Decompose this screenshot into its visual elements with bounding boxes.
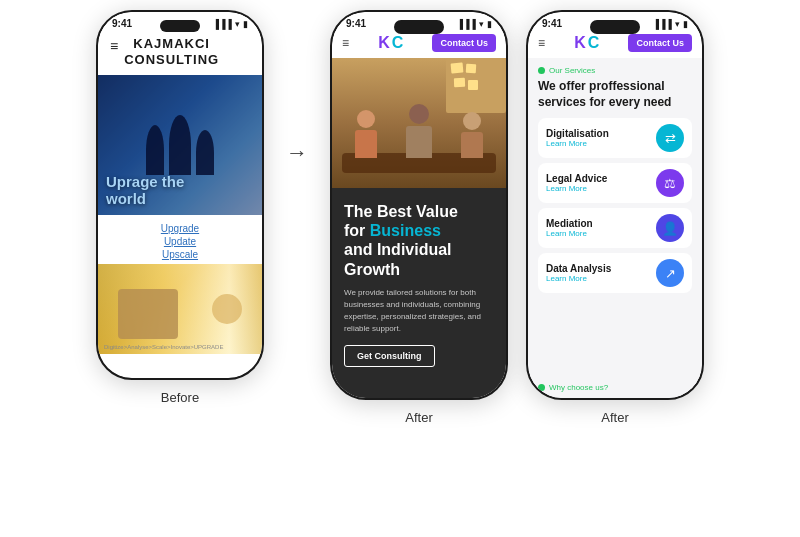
service-name-digitalisation: Digitalisation — [546, 128, 609, 139]
brand-name: KAJMAKCI CONSULTING — [124, 36, 219, 67]
logo-k: K — [378, 34, 390, 52]
service-item-digitalisation: Digitalisation Learn More ⇄ — [538, 118, 692, 158]
phone-after1-time: 9:41 — [346, 18, 366, 29]
phone-before-hero: Uprage the world — [98, 75, 262, 215]
main-container: 9:41 ▐▐▐ ▾ ▮ ≡ KAJMAKCI — [0, 0, 800, 537]
service-learn-legal[interactable]: Learn More — [546, 184, 607, 193]
our-services-label: Our Services — [549, 66, 595, 75]
service-name-legal: Legal Advice — [546, 173, 607, 184]
phone-before-links: Upgrade Update Upscale — [98, 215, 262, 264]
phone-after2-wrapper: 9:41 ▐▐▐ ▾ ▮ ≡ K C — [526, 10, 704, 425]
service-info-mediation: Mediation Learn More — [546, 218, 593, 238]
hamburger-icon2: ≡ — [342, 36, 349, 50]
hamburger-icon: ≡ — [110, 38, 118, 54]
services-section: Our Services We offer proffessional serv… — [528, 58, 702, 377]
logo-k2: K — [574, 34, 586, 52]
battery-icon3: ▮ — [683, 19, 688, 29]
phone-after1-content: The Best Value for Business and Individu… — [332, 188, 506, 398]
phone-before-hero2: Digitize>Analyse>Scale>Inovate>UPGRADE — [98, 264, 262, 354]
phone-after1-inner: 9:41 ▐▐▐ ▾ ▮ ≡ K C — [332, 12, 506, 398]
phone-before-status-icons: ▐▐▐ ▾ ▮ — [213, 19, 248, 29]
logo-c2: C — [588, 34, 600, 52]
footer-text: Digitize>Analyse>Scale>Inovate>UPGRADE — [104, 344, 223, 350]
phone-after1-notch — [394, 20, 444, 34]
kc-logo2: K C — [574, 34, 599, 52]
get-consulting-button[interactable]: Get Consulting — [344, 345, 435, 367]
phone-after2-inner: 9:41 ▐▐▐ ▾ ▮ ≡ K C — [528, 12, 702, 398]
after1-label: After — [405, 410, 432, 425]
note3 — [454, 78, 465, 87]
signal-icon: ▐▐▐ — [213, 19, 232, 29]
before-label: Before — [161, 390, 199, 405]
service-name-data: Data Analysis — [546, 263, 611, 274]
wifi-icon3: ▾ — [675, 19, 680, 29]
phone-after2-bottom: Why choose us? — [528, 377, 702, 398]
service-item-mediation: Mediation Learn More 👤 — [538, 208, 692, 248]
wifi-icon2: ▾ — [479, 19, 484, 29]
service-learn-mediation[interactable]: Learn More — [546, 229, 593, 238]
service-info-legal: Legal Advice Learn More — [546, 173, 607, 193]
wifi-icon: ▾ — [235, 19, 240, 29]
legal-icon: ⚖ — [656, 169, 684, 197]
phone-after2-notch — [590, 20, 640, 34]
our-services-tag: Our Services — [538, 66, 692, 75]
phone-before-inner: 9:41 ▐▐▐ ▾ ▮ ≡ KAJMAKCI — [98, 12, 262, 378]
headline-highlight: Business — [370, 222, 441, 239]
phone-after1-hero-img — [332, 58, 506, 188]
phone-before-frame: 9:41 ▐▐▐ ▾ ▮ ≡ KAJMAKCI — [96, 10, 264, 380]
arrow-container: → — [282, 140, 312, 166]
link-upscale[interactable]: Upscale — [162, 249, 198, 260]
hamburger-icon3: ≡ — [538, 36, 545, 50]
phone-after2-frame: 9:41 ▐▐▐ ▾ ▮ ≡ K C — [526, 10, 704, 400]
service-info-data: Data Analysis Learn More — [546, 263, 611, 283]
data-icon: ↗ — [656, 259, 684, 287]
why-choose-dot — [538, 384, 545, 391]
note2 — [466, 64, 476, 74]
battery-icon2: ▮ — [487, 19, 492, 29]
contact-us-button2[interactable]: Contact Us — [628, 34, 692, 52]
note1 — [451, 62, 464, 73]
kc-logo: K C — [378, 34, 403, 52]
service-item-data: Data Analysis Learn More ↗ — [538, 253, 692, 293]
phone-after1-headline: The Best Value for Business and Individu… — [344, 202, 494, 279]
mediation-icon: 👤 — [656, 214, 684, 242]
phone-after2: 9:41 ▐▐▐ ▾ ▮ ≡ K C — [526, 10, 704, 400]
link-update[interactable]: Update — [164, 236, 196, 247]
service-learn-data[interactable]: Learn More — [546, 274, 611, 283]
service-item-legal: Legal Advice Learn More ⚖ — [538, 163, 692, 203]
signal-icon2: ▐▐▐ — [457, 19, 476, 29]
phone-after1: 9:41 ▐▐▐ ▾ ▮ ≡ K C — [330, 10, 508, 400]
service-info-digitalisation: Digitalisation Learn More — [546, 128, 609, 148]
after2-label: After — [601, 410, 628, 425]
phones-row: 9:41 ▐▐▐ ▾ ▮ ≡ KAJMAKCI — [86, 0, 714, 537]
phone-after1-body: We provide tailored solutions for both b… — [344, 287, 494, 335]
phone-after2-status-icons: ▐▐▐ ▾ ▮ — [653, 19, 688, 29]
link-upgrade[interactable]: Upgrade — [161, 223, 199, 234]
phone-after1-status-icons: ▐▐▐ ▾ ▮ — [457, 19, 492, 29]
phone-after1-frame: 9:41 ▐▐▐ ▾ ▮ ≡ K C — [330, 10, 508, 400]
green-dot — [538, 67, 545, 74]
phone-before: 9:41 ▐▐▐ ▾ ▮ ≡ KAJMAKCI — [96, 10, 264, 380]
note4 — [468, 80, 478, 90]
logo-c: C — [392, 34, 404, 52]
hero-text: Uprage the world — [106, 173, 254, 208]
service-name-mediation: Mediation — [546, 218, 593, 229]
phone-after2-time: 9:41 — [542, 18, 562, 29]
battery-icon: ▮ — [243, 19, 248, 29]
contact-us-button[interactable]: Contact Us — [432, 34, 496, 52]
signal-icon3: ▐▐▐ — [653, 19, 672, 29]
phone-before-notch — [160, 20, 200, 32]
phone-before-wrapper: 9:41 ▐▐▐ ▾ ▮ ≡ KAJMAKCI — [96, 10, 264, 405]
service-learn-digitalisation[interactable]: Learn More — [546, 139, 609, 148]
why-choose-text: Why choose us? — [549, 383, 608, 392]
digitalisation-icon: ⇄ — [656, 124, 684, 152]
services-headline: We offer proffessional services for ever… — [538, 79, 692, 110]
phone-before-time: 9:41 — [112, 18, 132, 29]
arrow-icon: → — [286, 140, 308, 166]
phone-after1-wrapper: 9:41 ▐▐▐ ▾ ▮ ≡ K C — [330, 10, 508, 425]
